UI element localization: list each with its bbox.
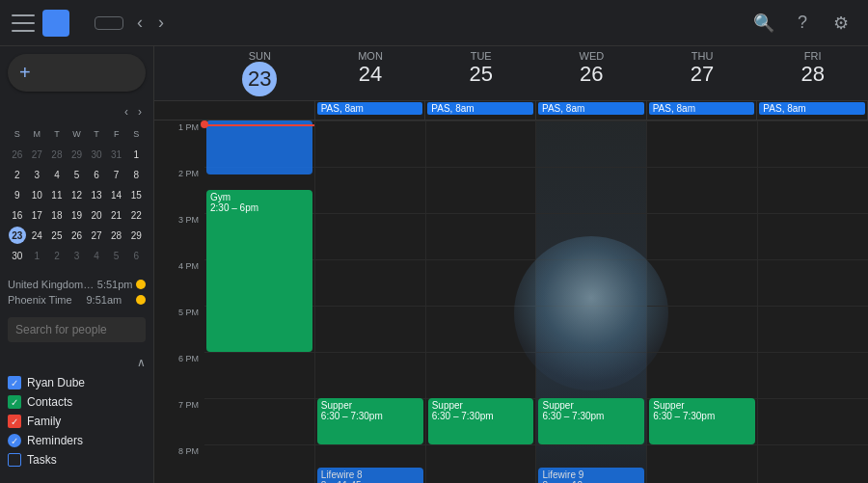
mini-cal-cell-2-0[interactable]: 9 (9, 186, 26, 203)
mini-cal-cell-1-2[interactable]: 4 (48, 166, 66, 183)
event-wed-supper[interactable]: Supper6:30 – 7:30pm (538, 398, 644, 444)
mini-cal-cell-1-1[interactable]: 3 (28, 166, 45, 183)
mini-cal-cell-3-5[interactable]: 21 (108, 206, 125, 224)
search-people-input[interactable] (8, 317, 146, 342)
mini-cal-cell-1-6[interactable]: 8 (127, 166, 145, 183)
mini-cal-cell-1-3[interactable]: 5 (68, 166, 85, 183)
mini-cal-cell-4-1[interactable]: 24 (28, 227, 45, 244)
calendar-item-tasks[interactable]: Tasks (8, 450, 146, 470)
time-label-4pm: 4 PM (154, 259, 204, 306)
mini-cal-cell-3-2[interactable]: 18 (48, 206, 66, 224)
day-num-tue: 25 (425, 62, 536, 87)
event-thu-supper[interactable]: Supper6:30 – 7:30pm (649, 398, 755, 444)
event-sun-gym[interactable]: Gym2:30 – 6pm (206, 190, 312, 352)
create-plus-icon: + (19, 62, 31, 84)
day-header-tue[interactable]: TUE 25 (425, 46, 536, 100)
mini-cal-cell-3-1[interactable]: 17 (28, 206, 45, 224)
event-wed-lifewire9-label: Lifewire 98pm – 12am (542, 470, 640, 483)
calendar-name-contacts: Contacts (27, 395, 72, 409)
day-header-sun[interactable]: SUN 23 (204, 46, 315, 100)
create-button[interactable]: + (8, 54, 146, 92)
calendar-item-reminders[interactable]: ✓ Reminders (8, 431, 146, 450)
mini-cal-prev[interactable]: ‹ (121, 103, 132, 121)
mini-cal-cell-2-2[interactable]: 11 (48, 186, 66, 203)
time-label-1pm: 1 PM (154, 121, 204, 167)
day-name-tue: TUE (425, 50, 536, 62)
time-gutter-allday (154, 101, 204, 120)
sidebar: + ‹ › SMTWTFS262728293031123456789101112… (0, 46, 154, 483)
day-header-thu[interactable]: THU 27 (647, 46, 758, 100)
mini-cal-cell-0-4[interactable]: 30 (88, 146, 105, 163)
help-icon[interactable]: ? (787, 8, 818, 39)
event-mon-lifewire8[interactable]: Lifewire 88 – 11:45pm (317, 468, 423, 483)
hamburger-menu[interactable] (12, 12, 35, 35)
calendar-item-ryan[interactable]: ✓ Ryan Dube (8, 373, 146, 392)
day-header-fri[interactable]: FRI 28 (757, 46, 868, 100)
search-icon[interactable]: 🔍 (748, 8, 779, 39)
day-columns: Gym2:30 – 6pm (204, 121, 868, 483)
settings-icon[interactable]: ⚙ (826, 8, 856, 39)
mini-cal-cell-5-4[interactable]: 4 (88, 247, 105, 264)
mini-cal-cell-4-3[interactable]: 26 (68, 227, 85, 244)
allday-event-fri[interactable]: PAS, 8am (759, 102, 865, 115)
allday-event-wed[interactable]: PAS, 8am (538, 102, 644, 115)
day-header-mon[interactable]: MON 24 (315, 46, 426, 100)
mini-cal-cell-0-2[interactable]: 28 (48, 146, 66, 163)
mini-cal-cell-5-6[interactable]: 6 (127, 247, 145, 264)
day-col-mon: Supper6:30 – 7:30pm Lifewire 88 – 11:45p… (315, 121, 426, 483)
mini-cal-cell-1-4[interactable]: 6 (88, 166, 105, 183)
event-mon-supper[interactable]: Supper6:30 – 7:30pm (317, 398, 423, 444)
mini-cal-header-W: W (68, 125, 85, 143)
mini-cal-cell-5-3[interactable]: 3 (68, 247, 85, 264)
tz-time-uk: 5:51pm (97, 279, 133, 290)
mini-cal-cell-5-2[interactable]: 2 (48, 247, 66, 264)
mini-cal-cell-3-6[interactable]: 22 (127, 206, 145, 224)
mini-cal-cell-0-6[interactable]: 1 (127, 146, 145, 163)
mini-cal-cell-4-4[interactable]: 27 (88, 227, 105, 244)
mini-cal-cell-3-3[interactable]: 19 (68, 206, 85, 224)
allday-event-tue[interactable]: PAS, 8am (427, 102, 533, 115)
event-sun-blue-top[interactable] (206, 121, 312, 174)
mini-cal-cell-2-3[interactable]: 12 (68, 186, 85, 203)
mini-cal-cell-4-5[interactable]: 28 (108, 227, 125, 244)
today-button[interactable] (95, 16, 123, 30)
mini-cal-header-T: T (88, 125, 105, 143)
mini-cal-cell-2-4[interactable]: 13 (88, 186, 105, 203)
current-time-indicator (204, 124, 314, 126)
mini-cal-cell-0-3[interactable]: 29 (68, 146, 85, 163)
mini-cal-cell-0-5[interactable]: 31 (108, 146, 125, 163)
event-mon-supper-label: Supper6:30 – 7:30pm (321, 400, 420, 421)
mini-cal-cell-2-1[interactable]: 10 (28, 186, 45, 203)
mini-cal-cell-1-5[interactable]: 7 (108, 166, 125, 183)
mini-cal-cell-4-6[interactable]: 29 (127, 227, 145, 244)
allday-event-thu[interactable]: PAS, 8am (649, 102, 755, 115)
calendar-item-family[interactable]: ✓ Family (8, 412, 146, 431)
day-col-sun: Gym2:30 – 6pm (204, 121, 315, 483)
next-button[interactable]: › (152, 9, 170, 37)
calendar-name-reminders: Reminders (27, 434, 83, 447)
mini-cal-cell-4-2[interactable]: 25 (48, 227, 66, 244)
my-calendars-header[interactable]: ∧ (8, 352, 146, 373)
mini-cal-header-T: T (48, 125, 66, 143)
calendar-item-contacts[interactable]: ✓ Contacts (8, 392, 146, 412)
mini-cal-cell-2-5[interactable]: 14 (108, 186, 125, 203)
mini-cal-cell-3-4[interactable]: 20 (88, 206, 105, 224)
event-tue-supper[interactable]: Supper6:30 – 7:30pm (428, 398, 534, 444)
mini-cal-cell-5-1[interactable]: 1 (28, 247, 45, 264)
time-grid: 1 PM 2 PM 3 PM 4 PM 5 PM 6 PM 7 PM 8 PM … (154, 121, 868, 483)
mini-cal-cell-1-0[interactable]: 2 (9, 166, 26, 183)
day-header-wed[interactable]: WED 26 (536, 46, 647, 100)
event-wed-lifewire9[interactable]: Lifewire 98pm – 12am (538, 468, 644, 483)
prev-button[interactable]: ‹ (131, 9, 149, 37)
mini-cal-cell-5-0[interactable]: 30 (9, 247, 26, 264)
allday-row: PAS, 8am PAS, 8am PAS, 8am PAS, 8am PAS,… (154, 101, 868, 121)
mini-cal-cell-0-1[interactable]: 27 (28, 146, 45, 163)
mini-cal-cell-3-0[interactable]: 16 (9, 206, 26, 224)
day-col-wed: Supper6:30 – 7:30pm Lifewire 98pm – 12am (536, 121, 647, 483)
mini-cal-cell-5-5[interactable]: 5 (108, 247, 125, 264)
mini-cal-next[interactable]: › (134, 103, 146, 121)
mini-cal-cell-2-6[interactable]: 15 (127, 186, 145, 203)
allday-event-mon[interactable]: PAS, 8am (317, 102, 423, 115)
mini-cal-cell-4-0[interactable]: 23 (9, 227, 26, 244)
mini-cal-cell-0-0[interactable]: 26 (9, 146, 26, 163)
